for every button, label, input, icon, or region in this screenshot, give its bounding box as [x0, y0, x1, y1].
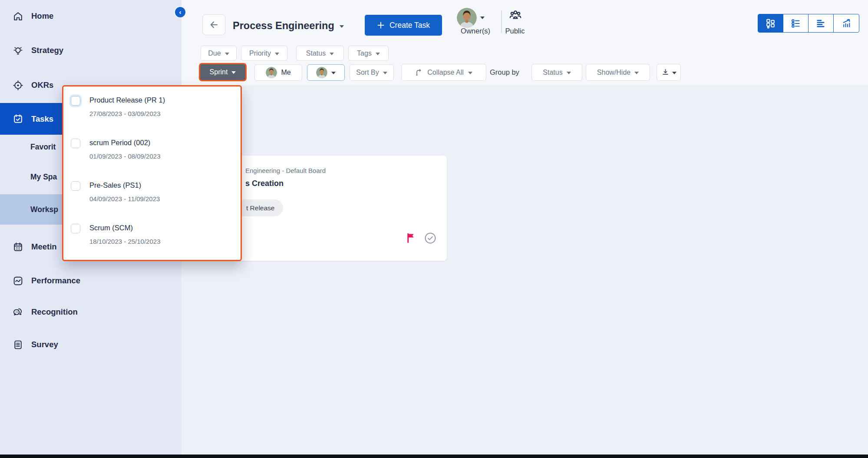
sprint-option-name: scrum Period (002)	[89, 139, 150, 147]
me-filter-button[interactable]: Me	[254, 64, 302, 81]
collapse-all-label: Collapse All	[427, 69, 464, 76]
chevron-down-icon	[567, 72, 571, 74]
collapse-hierarchy-icon	[415, 69, 423, 76]
home-icon	[12, 10, 24, 22]
sidebar-item-performance[interactable]: Performance	[0, 272, 182, 289]
back-button[interactable]	[202, 14, 225, 35]
sprint-option[interactable]: Scrum (SCM) 18/10/2023 - 25/10/2023	[63, 224, 241, 261]
list-view-button[interactable]	[783, 14, 808, 32]
sidebar-item-label: Recognition	[31, 307, 78, 317]
bar-chart-arrow-icon	[841, 18, 852, 29]
board-title-dropdown[interactable]: Process Engineering	[233, 19, 344, 32]
group-by-value: Status	[543, 69, 562, 76]
chevron-down-icon	[331, 72, 336, 74]
kanban-view-button[interactable]	[758, 14, 783, 32]
list-icon	[790, 18, 801, 29]
group-by-label: Group by	[490, 68, 519, 76]
chevron-down-icon	[376, 53, 380, 55]
chevron-down-icon	[672, 72, 677, 74]
performance-chart-icon	[12, 275, 24, 287]
sprint-option-name: Scrum (SCM)	[89, 224, 133, 232]
status-filter-button[interactable]: Status	[296, 46, 344, 61]
kanban-grid-icon	[765, 18, 776, 29]
download-button[interactable]	[657, 64, 681, 81]
status-filter-label: Status	[306, 50, 326, 57]
complete-check-icon[interactable]	[424, 232, 437, 245]
tasks-calendar-icon	[12, 113, 24, 125]
target-icon	[12, 80, 24, 91]
sidebar-item-recognition[interactable]: Recognition	[0, 303, 182, 321]
collapse-all-button[interactable]: Collapse All	[401, 64, 486, 81]
sprint-filter-button[interactable]: Sprint	[199, 63, 247, 81]
sprint-option[interactable]: scrum Period (002) 01/09/2023 - 08/09/20…	[63, 139, 241, 176]
sidebar-item-label: My Spa	[30, 173, 57, 182]
avatar	[316, 67, 327, 78]
view-toggle-group	[758, 14, 859, 33]
show-hide-label: Show/Hide	[597, 69, 630, 76]
task-card-title: s Creation	[245, 179, 284, 188]
download-icon	[661, 68, 670, 76]
sprint-option-name: Pre-Sales (PS1)	[89, 181, 141, 189]
bars-icon	[815, 18, 826, 29]
meetings-calendar-icon	[12, 241, 24, 253]
owners-label: Owner(s)	[452, 27, 499, 35]
survey-clipboard-icon	[12, 339, 24, 351]
assignee-filter-button[interactable]	[307, 64, 345, 81]
collapse-sidebar-button[interactable]: ‹	[174, 6, 186, 18]
checkbox[interactable]	[71, 181, 80, 191]
chevron-down-icon	[468, 72, 472, 74]
chevron-down-icon	[225, 53, 229, 55]
public-group-icon[interactable]	[508, 8, 523, 22]
checkbox[interactable]	[71, 139, 80, 148]
timeline-view-button[interactable]	[808, 14, 833, 32]
sidebar-item-label: Favorit	[30, 143, 56, 152]
sprint-dropdown-panel: Product Release (PR 1) 27/08/2023 - 03/0…	[62, 85, 242, 261]
tags-filter-button[interactable]: Tags	[348, 46, 389, 61]
sidebar-item-strategy[interactable]: Strategy	[0, 42, 182, 59]
sidebar-item-label: OKRs	[31, 80, 53, 90]
lightbulb-icon	[12, 45, 24, 56]
owner-avatar[interactable]	[457, 8, 477, 28]
checkbox[interactable]	[71, 224, 80, 233]
priority-flag-icon	[405, 232, 417, 244]
sidebar-item-label: Performance	[31, 276, 80, 285]
sprint-filter-label: Sprint	[210, 68, 228, 76]
sidebar-item-label: Home	[31, 11, 53, 21]
chevron-down-icon	[330, 53, 334, 55]
sidebar-item-label: Meetin	[31, 242, 57, 252]
board-background	[182, 85, 868, 455]
chevron-down-icon	[231, 71, 236, 74]
chart-view-button[interactable]	[833, 14, 859, 32]
chevron-down-icon	[275, 53, 279, 55]
sprint-option-dates: 27/08/2023 - 03/09/2023	[89, 110, 160, 117]
sort-by-button[interactable]: Sort By	[350, 64, 394, 81]
public-label: Public	[498, 27, 532, 35]
create-task-label: Create Task	[389, 21, 430, 30]
checkbox[interactable]	[71, 96, 80, 106]
sidebar-item-label: Worksp	[30, 205, 58, 214]
page-title: Process Engineering	[233, 20, 334, 32]
priority-filter-button[interactable]: Priority	[241, 46, 287, 61]
create-task-button[interactable]: Create Task	[365, 15, 442, 36]
show-hide-button[interactable]: Show/Hide	[586, 64, 650, 81]
app-root: Home Strategy OKRs Tasks Favorit My Spa	[0, 0, 868, 458]
chevron-down-icon	[340, 25, 344, 28]
priority-filter-label: Priority	[249, 50, 271, 57]
sidebar-item-label: Tasks	[31, 114, 53, 124]
window-bottom-edge	[0, 455, 868, 458]
sidebar-item-survey[interactable]: Survey	[0, 336, 182, 353]
group-by-status-button[interactable]: Status	[531, 64, 582, 81]
sprint-option-dates: 18/10/2023 - 25/10/2023	[89, 238, 160, 245]
sidebar-item-home[interactable]: Home	[0, 7, 182, 25]
sprint-option-dates: 04/09/2023 - 11/09/2023	[89, 195, 160, 202]
due-filter-button[interactable]: Due	[201, 46, 237, 61]
me-filter-label: Me	[281, 69, 290, 76]
due-filter-label: Due	[208, 50, 221, 57]
sprint-option[interactable]: Product Release (PR 1) 27/08/2023 - 03/0…	[63, 96, 241, 133]
sprint-option[interactable]: Pre-Sales (PS1) 04/09/2023 - 11/09/2023	[63, 181, 241, 219]
sprint-option-name: Product Release (PR 1)	[89, 96, 165, 104]
task-card-board-subtitle: Engineering - Default Board	[245, 167, 326, 174]
chevron-down-icon[interactable]	[480, 17, 485, 19]
plus-icon	[377, 21, 385, 29]
chevron-down-icon	[383, 72, 387, 74]
